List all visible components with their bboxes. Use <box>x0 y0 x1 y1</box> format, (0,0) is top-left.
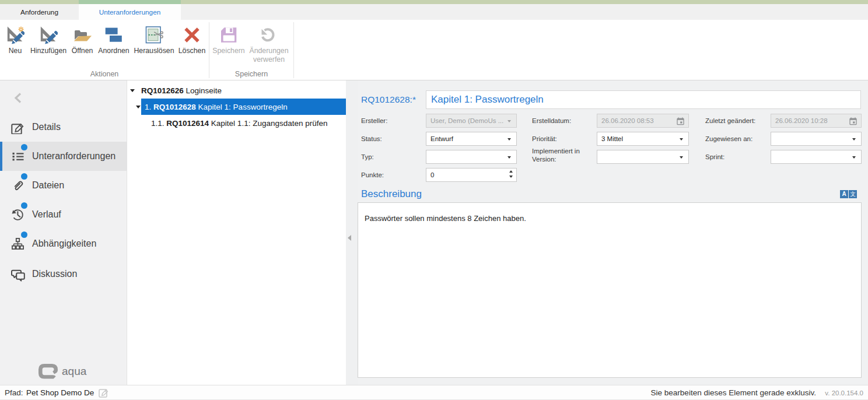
sprint-label: Sprint: <box>705 153 769 161</box>
translate-icon-2[interactable]: 文 <box>849 190 857 198</box>
title-input[interactable]: Kapitel 1: Passwortregeln <box>426 90 861 109</box>
pfad-value: Pet Shop Demo De <box>26 388 94 397</box>
spinner[interactable] <box>509 170 513 178</box>
notification-dot <box>21 231 27 238</box>
spin-up-icon[interactable] <box>509 170 513 173</box>
calendar-icon <box>677 117 684 125</box>
dropdown-arrow-icon <box>508 156 511 159</box>
statusbar: Pfad: Pet Shop Demo De Sie bearbeiten di… <box>0 385 868 400</box>
collapse-sidebar-icon[interactable] <box>13 92 23 104</box>
aqua-logo-glyph <box>38 364 58 379</box>
beschreibung-textarea[interactable]: Passwörter sollen mindestens 8 Zeichen h… <box>358 202 862 378</box>
punkte-label: Punkte: <box>361 171 424 179</box>
requirements-tree: RQ1012626 Loginseite 1. RQ1012628 Kapite… <box>127 80 346 385</box>
zuletzt-geaendert-field[interactable]: 26.06.2020 10:28 <box>771 114 862 128</box>
notification-dot <box>21 144 27 150</box>
edit-path-icon[interactable] <box>99 387 109 398</box>
typ-label: Typ: <box>361 153 424 161</box>
calendar-icon <box>849 117 857 125</box>
sidebar-item-label: Abhängigkeiten <box>32 238 96 249</box>
anordnen-button[interactable]: Anordnen <box>97 20 131 78</box>
loeschen-label: Löschen <box>178 47 206 55</box>
herausloesen-button[interactable]: Herauslösen <box>132 20 176 78</box>
sidebar-item-abhaengigkeiten[interactable]: Abhängigkeiten <box>0 229 127 258</box>
sidebar-item-unteranforderungen[interactable]: Unteranforderungen <box>0 142 127 171</box>
aqua-logo-text: aqua <box>62 365 86 378</box>
sidebar-item-label: Verlauf <box>32 209 61 220</box>
group-aktionen-label: Aktionen <box>0 70 209 78</box>
speichern-button[interactable]: Speichern <box>211 20 247 78</box>
neu-label: Neu <box>9 47 22 55</box>
chat-icon <box>11 267 25 281</box>
tab-anforderung-label: Anforderung <box>20 8 58 16</box>
tree-row-selected[interactable]: 1. RQ1012628 Kapitel 1: Passwortregeln <box>127 99 346 115</box>
hierarchy-icon <box>11 237 25 251</box>
erstelldatum-field[interactable]: 26.06.2020 08:53 <box>597 114 689 128</box>
ribbon: Neu Hinzufügen Öffnen <box>0 20 868 80</box>
sprint-dropdown[interactable] <box>771 150 862 164</box>
neu-button[interactable]: Neu <box>2 20 28 78</box>
dropdown-arrow-icon <box>680 156 683 159</box>
sidebar-item-details[interactable]: Details <box>0 113 127 142</box>
undo-icon <box>260 26 278 44</box>
group-speichern-label: Speichern <box>209 70 294 78</box>
dropdown-arrow-icon <box>508 120 511 122</box>
sidebar: Details <box>0 80 127 385</box>
zugewiesen-dropdown[interactable] <box>771 132 862 146</box>
panel-splitter[interactable] <box>346 80 358 385</box>
collapse-triangle-icon[interactable] <box>136 106 141 108</box>
sidebar-item-label: Dateien <box>32 180 64 191</box>
exclusive-edit-text: Sie bearbeiten dieses Element gerade exk… <box>651 388 816 397</box>
add-item-icon <box>39 26 58 44</box>
loeschen-button[interactable]: Löschen <box>177 20 206 78</box>
active-tab-strip <box>79 0 181 4</box>
punkte-input[interactable]: 0 <box>426 168 517 182</box>
prioritaet-label: Priorität: <box>532 135 594 143</box>
delete-icon <box>183 26 201 44</box>
spin-down-icon[interactable] <box>509 176 513 178</box>
tree-row-text: 1. RQ1012628 Kapitel 1: Passwortregeln <box>145 103 288 111</box>
edit-icon <box>11 120 25 134</box>
oeffnen-button[interactable]: Öffnen <box>69 20 96 78</box>
sidebar-item-label: Details <box>32 122 61 132</box>
status-label: Status: <box>361 135 424 143</box>
implementiert-dropdown[interactable] <box>597 150 689 164</box>
ribbon-tabbar: Anforderung Unteranforderungen <box>0 4 868 20</box>
requirement-id-label: RQ1012628:* <box>361 90 416 108</box>
splitter-collapse-icon[interactable] <box>348 235 351 241</box>
new-item-icon <box>6 26 24 44</box>
history-icon <box>11 208 25 222</box>
tab-unteranforderungen[interactable]: Unteranforderungen <box>79 4 181 20</box>
sidebar-item-label: Diskussion <box>32 269 77 279</box>
extract-icon <box>145 26 163 44</box>
tree-row[interactable]: RQ1012626 Loginseite <box>127 82 346 99</box>
verwerfen-button[interactable]: Änderungen verwerfen <box>248 20 290 78</box>
beschreibung-heading: Beschreibung <box>361 188 422 200</box>
hinzufuegen-button[interactable]: Hinzufügen <box>29 20 68 78</box>
verwerfen-label: Änderungen verwerfen <box>249 47 288 64</box>
collapse-triangle-icon[interactable] <box>130 89 135 92</box>
prioritaet-dropdown[interactable]: 3 Mittel <box>597 132 689 146</box>
tab-unteranforderungen-label: Unteranforderungen <box>99 8 161 16</box>
tree-row[interactable]: 1.1. RQ1012614 Kapitel 1.1: Zugangsdaten… <box>127 115 346 131</box>
typ-dropdown[interactable] <box>426 150 517 164</box>
translate-icon[interactable]: A <box>840 190 848 198</box>
tab-anforderung[interactable]: Anforderung <box>0 4 79 20</box>
sidebar-item-dateien[interactable]: Dateien <box>0 171 127 200</box>
sidebar-item-diskussion[interactable]: Diskussion <box>0 259 127 289</box>
dropdown-arrow-icon <box>852 156 856 159</box>
ersteller-dropdown[interactable]: User, Demo (DemoUs ... <box>426 114 517 128</box>
open-folder-icon <box>73 26 92 44</box>
dropdown-arrow-icon <box>680 138 683 141</box>
zuletzt-geaendert-label: Zuletzt geändert: <box>705 117 769 125</box>
anordnen-label: Anordnen <box>98 47 129 55</box>
sidebar-item-verlauf[interactable]: Verlauf <box>0 200 127 229</box>
window-top-strip <box>0 0 868 4</box>
hinzufuegen-label: Hinzufügen <box>30 47 66 55</box>
beschreibung-text: Passwörter sollen mindestens 8 Zeichen h… <box>365 214 526 223</box>
speichern-label: Speichern <box>212 47 244 55</box>
dropdown-arrow-icon <box>852 138 856 141</box>
tree-row-text: 1.1. RQ1012614 Kapitel 1.1: Zugangsdaten… <box>151 119 328 128</box>
herausloesen-label: Herauslösen <box>134 47 174 55</box>
status-dropdown[interactable]: Entwurf <box>426 132 517 146</box>
